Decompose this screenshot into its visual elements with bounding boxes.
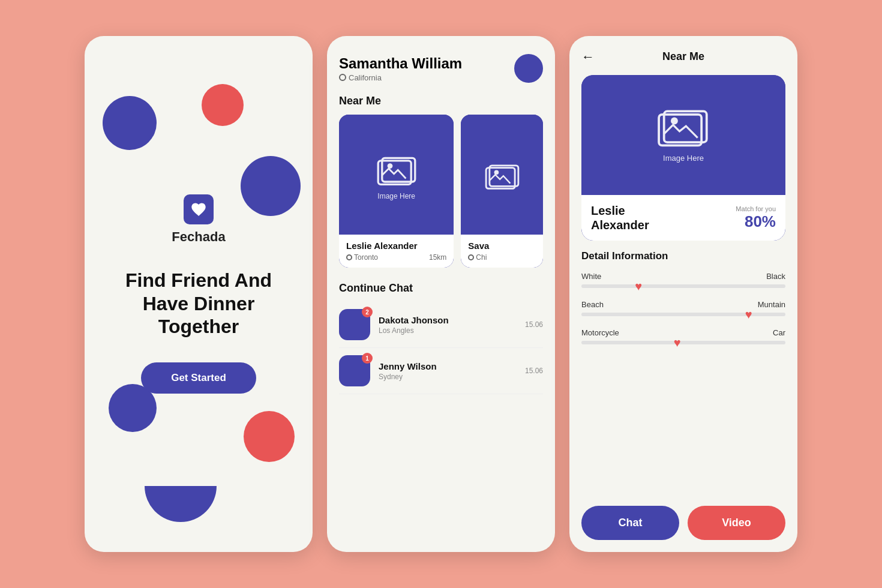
location-icon: [339, 74, 346, 81]
chat-badge-2: 1: [362, 353, 373, 364]
card-name-2: Sava: [468, 241, 536, 251]
main-card-info: LeslieAlexander Match for you 80%: [581, 195, 785, 241]
deco-circle-red-bottom: [244, 411, 295, 462]
slider-thumb-2[interactable]: ♥: [742, 308, 755, 321]
card-location-2: Chi: [468, 253, 487, 262]
deco-circle-red-top: [202, 84, 244, 126]
slider-track-1[interactable]: ♥: [581, 284, 785, 288]
slider-thumb-3[interactable]: ♥: [671, 336, 684, 349]
card-loc-row-2: Chi: [468, 253, 536, 262]
chat-avatar-1: 2: [339, 309, 370, 340]
card-bottom-2: Sava Chi: [461, 235, 543, 268]
chat-sub-2: Sydney: [379, 373, 517, 381]
near-card-2[interactable]: Sava Chi: [461, 115, 543, 268]
slider-thumb-1[interactable]: ♥: [632, 280, 645, 293]
card-name-1: Leslie Alexander: [346, 241, 446, 251]
slider-left-2: Beach: [581, 300, 604, 309]
loc-dot-2: [468, 254, 474, 260]
svg-point-8: [671, 117, 678, 124]
screen-home: Samantha William California Near Me Imag…: [327, 36, 555, 552]
profile-header: ← Near Me: [581, 50, 785, 63]
loc-dot-1: [346, 254, 352, 260]
chat-info-1: Dakota Jhonson Los Angles: [379, 315, 517, 335]
card-loc-row-1: Toronto 15km: [346, 253, 446, 262]
near-me-title: Near Me: [339, 95, 543, 107]
screen-profile: ← Near Me Image Here LeslieAlexander Mat…: [569, 36, 797, 552]
main-image-placeholder-icon: [656, 108, 710, 150]
chat-item-1[interactable]: 2 Dakota Jhonson Los Angles 15.06: [339, 302, 543, 348]
slider-right-1: Black: [766, 272, 785, 281]
svg-point-2: [387, 163, 392, 169]
video-button[interactable]: Video: [688, 506, 785, 540]
image-placeholder-icon-2: [484, 163, 520, 192]
card-image-2: [461, 115, 543, 235]
get-started-button[interactable]: Get Started: [141, 362, 256, 394]
slider-track-3[interactable]: ♥: [581, 341, 785, 344]
chat-avatar-2: 1: [339, 355, 370, 386]
card-image-1: Image Here: [339, 115, 454, 235]
back-button[interactable]: ←: [581, 49, 595, 65]
heart-icon-1: ♥: [635, 280, 642, 292]
chat-time-1: 15.06: [525, 320, 543, 329]
slider-left-1: White: [581, 272, 601, 281]
card-image-label-1: Image Here: [377, 192, 415, 200]
detail-section: Detail Information White Black ♥ Beach M…: [581, 250, 785, 494]
deco-circle-blue-bottom-center: [145, 486, 217, 522]
profile-name: LeslieAlexander: [591, 203, 649, 232]
main-image-label: Image Here: [663, 154, 704, 163]
heart-icon-2: ♥: [745, 308, 752, 320]
main-card-image: Image Here: [581, 75, 785, 195]
slider-labels-1: White Black: [581, 272, 785, 281]
continue-chat-section: Continue Chat 2 Dakota Jhonson Los Angle…: [339, 282, 543, 540]
card-loc-text-2: Chi: [476, 253, 487, 262]
slider-track-2[interactable]: ♥: [581, 313, 785, 316]
card-location-1: Toronto: [346, 253, 378, 262]
main-profile-card: Image Here LeslieAlexander Match for you…: [581, 75, 785, 241]
match-label: Match for you: [736, 205, 776, 212]
profile-screen-title: Near Me: [662, 50, 704, 63]
chat-name-2: Jenny Wilson: [379, 361, 517, 371]
location-text: California: [349, 73, 382, 82]
slider-left-3: Motorcycle: [581, 328, 619, 337]
svg-point-5: [494, 170, 499, 175]
slider-right-2: Muntain: [758, 300, 785, 309]
card-bottom-1: Leslie Alexander Toronto 15km: [339, 235, 454, 268]
user-header: Samantha William California: [339, 54, 543, 83]
image-placeholder-icon-1: [376, 155, 418, 188]
chat-item-2[interactable]: 1 Jenny Wilson Sydney 15.06: [339, 348, 543, 394]
splash-content: Fechada Find Friend And Have Dinner Toge…: [85, 194, 313, 393]
near-me-cards: Image Here Leslie Alexander Toronto 15km: [339, 115, 543, 268]
slider-row-2: Beach Muntain ♥: [581, 300, 785, 316]
heart-bookmark-icon: [190, 201, 207, 218]
chat-button[interactable]: Chat: [581, 506, 679, 540]
card-loc-text-1: Toronto: [354, 253, 378, 262]
app-name: Fechada: [172, 229, 225, 245]
chat-info-2: Jenny Wilson Sydney: [379, 361, 517, 381]
chat-badge-1: 2: [362, 307, 373, 317]
chat-time-2: 15.06: [525, 367, 543, 375]
detail-title: Detail Information: [581, 250, 785, 262]
action-buttons: Chat Video: [581, 506, 785, 540]
user-avatar[interactable]: [514, 54, 543, 83]
chat-name-1: Dakota Jhonson: [379, 315, 517, 325]
slider-right-3: Car: [773, 328, 785, 337]
card-distance-1: 15km: [429, 253, 446, 262]
user-location: California: [339, 73, 462, 82]
continue-chat-title: Continue Chat: [339, 282, 543, 295]
user-info: Samantha William California: [339, 55, 462, 82]
match-percentage: 80%: [745, 212, 776, 230]
near-card-1[interactable]: Image Here Leslie Alexander Toronto 15km: [339, 115, 454, 268]
heart-icon-3: ♥: [674, 337, 681, 349]
screen-splash: Fechada Find Friend And Have Dinner Toge…: [85, 36, 313, 552]
slider-row-3: Motorcycle Car ♥: [581, 328, 785, 344]
logo-icon: [184, 194, 214, 224]
user-name: Samantha William: [339, 55, 462, 72]
deco-circle-blue-left: [103, 96, 157, 150]
chat-sub-1: Los Angles: [379, 326, 517, 335]
slider-row-1: White Black ♥: [581, 272, 785, 288]
splash-headline: Find Friend And Have Dinner Together: [85, 269, 313, 338]
match-info: Match for you 80%: [736, 205, 776, 231]
